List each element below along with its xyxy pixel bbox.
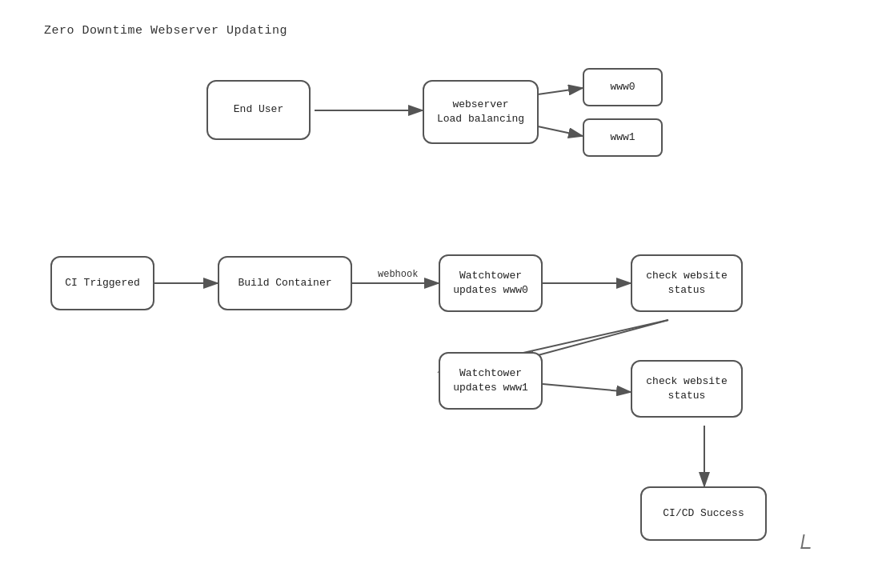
cicd-success-node: CI/CD Success [640,486,767,541]
www0-top-node: www0 [583,68,663,106]
watchtower-www0-node: Watchtower updates www0 [439,254,543,312]
svg-line-8 [543,384,631,392]
end-user-node: End User [206,80,311,140]
cursor [800,534,812,549]
svg-line-2 [538,126,583,136]
build-container-node: Build Container [218,256,352,310]
svg-line-6 [520,320,668,360]
diagram-title: Zero Downtime Webserver Updating [44,24,287,38]
watchtower-www1-node: Watchtower updates www1 [439,352,543,410]
webhook-label: webhook [378,269,418,280]
ci-triggered-node: CI Triggered [50,256,154,310]
www1-top-node: www1 [583,118,663,157]
webserver-lb-node: webserver Load balancing [423,80,539,144]
check-status-1-node: check website status [631,254,743,312]
check-status-2-node: check website status [631,360,743,418]
svg-line-1 [538,88,583,94]
